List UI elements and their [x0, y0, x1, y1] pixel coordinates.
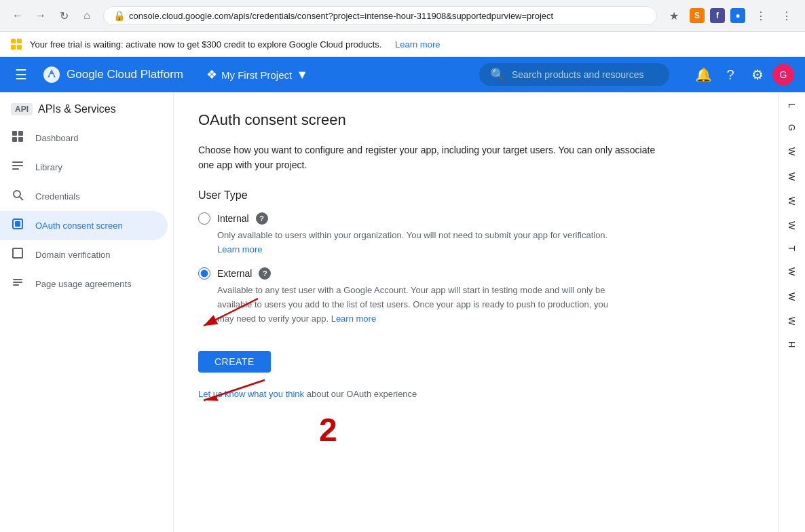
svg-rect-4 — [12, 137, 17, 142]
extension-blue[interactable]: ● — [730, 8, 745, 23]
internal-description: Only available to users within your orga… — [217, 229, 611, 257]
svg-text:2: 2 — [319, 412, 337, 448]
sidebar-item-label-library: Library — [35, 162, 62, 172]
create-button[interactable]: CREATE — [198, 351, 271, 373]
sidebar-item-credentials[interactable]: Credentials — [0, 182, 168, 211]
right-panel-letter-t: T — [787, 246, 797, 251]
header-right: 🔔 ? ⚙ G — [691, 62, 794, 87]
annotation-arrow-2 — [190, 373, 278, 441]
back-button[interactable]: ← — [8, 6, 27, 25]
grid-icon — [11, 39, 22, 50]
sidebar-item-label-credentials: Credentials — [35, 191, 80, 202]
search-input[interactable] — [512, 69, 648, 80]
right-panel-letter-g: G — [787, 124, 797, 131]
right-panel-letter-w2: W — [787, 172, 797, 180]
user-type-section: User Type — [198, 189, 753, 202]
right-panel-letter-w1: W — [787, 147, 797, 155]
gcp-logo-icon — [42, 65, 61, 84]
help-button[interactable]: ? — [718, 62, 743, 87]
right-panel-letter-w4: W — [787, 221, 797, 229]
sidebar-nav: Dashboard Library Credentials OAuth cons… — [0, 124, 173, 299]
browser-actions: ★ S f ● ⋮ ⋮ — [664, 5, 797, 26]
internal-option: Internal ? Only available to users withi… — [198, 212, 753, 257]
hamburger-menu[interactable]: ☰ — [11, 62, 31, 87]
external-description: Available to any test user with a Google… — [217, 284, 611, 326]
external-radio-label[interactable]: External ? — [198, 267, 753, 280]
sidebar-item-label-dashboard: Dashboard — [35, 133, 79, 143]
settings-button[interactable]: ⚙ — [745, 62, 770, 87]
project-selector[interactable]: ❖ My First Project ▼ — [200, 63, 315, 86]
right-panel-letter-w5: W — [787, 267, 797, 276]
external-help-icon[interactable]: ? — [259, 267, 271, 280]
notifications-button[interactable]: 🔔 — [691, 62, 715, 87]
star-button[interactable]: ★ — [664, 5, 684, 26]
external-option: External ? Available to any test user wi… — [198, 267, 753, 326]
search-icon: 🔍 — [490, 67, 505, 82]
notification-bar: Your free trial is waiting: activate now… — [0, 32, 805, 57]
feedback-suffix: about our OAuth experience — [307, 389, 417, 399]
sidebar-item-page-usage[interactable]: Page usage agreements — [0, 269, 168, 299]
svg-rect-15 — [13, 282, 22, 283]
svg-rect-13 — [13, 248, 22, 258]
dashboard-icon — [11, 130, 24, 146]
extensions-button[interactable]: ⋮ — [751, 5, 771, 26]
internal-radio[interactable] — [198, 212, 210, 225]
search-bar: 🔍 — [479, 63, 669, 86]
svg-rect-7 — [12, 165, 23, 166]
avatar[interactable]: G — [772, 64, 794, 86]
svg-rect-2 — [12, 131, 17, 136]
notification-learn-more[interactable]: Learn more — [395, 39, 440, 50]
library-icon — [11, 159, 24, 175]
page-title: OAuth consent screen — [198, 111, 753, 129]
address-bar[interactable]: 🔒 console.cloud.google.com/apis/credenti… — [103, 6, 657, 25]
project-dropdown-arrow: ▼ — [296, 68, 308, 82]
annotation-number-2: 2 — [312, 400, 353, 455]
right-panel-letter-w7: W — [787, 317, 797, 325]
sidebar: API APIs & Services Dashboard Library — [0, 92, 174, 532]
feedback-section: Let us know what you think about our OAu… — [198, 389, 753, 399]
api-badge: API — [11, 103, 33, 115]
project-icon: ❖ — [206, 67, 217, 82]
gcp-header: ☰ Google Cloud Platform ❖ My First Proje… — [0, 57, 805, 92]
browser-chrome: ← → ↻ ⌂ 🔒 console.cloud.google.com/apis/… — [0, 0, 805, 32]
url-text: console.cloud.google.com/apis/credential… — [129, 11, 553, 21]
hamburger-icon: ☰ — [15, 66, 27, 83]
sidebar-item-dashboard[interactable]: Dashboard — [0, 124, 168, 153]
lock-icon: 🔒 — [113, 10, 125, 21]
svg-rect-16 — [13, 284, 19, 286]
internal-radio-label[interactable]: Internal ? — [198, 212, 753, 225]
home-button[interactable]: ⌂ — [77, 6, 96, 25]
svg-rect-12 — [15, 221, 20, 227]
notification-text: Your free trial is waiting: activate now… — [30, 39, 381, 50]
forward-button[interactable]: → — [31, 6, 50, 25]
right-panel-letter-w3: W — [787, 197, 797, 205]
sidebar-item-oauth[interactable]: OAuth consent screen — [0, 211, 168, 240]
external-learn-more[interactable]: Learn more — [331, 314, 376, 324]
right-panel: L G W W W W T W W W H — [778, 92, 805, 532]
extension-purple[interactable]: f — [710, 8, 725, 23]
svg-rect-5 — [18, 137, 23, 142]
sidebar-item-label-domain: Domain verification — [35, 250, 111, 260]
oauth-icon — [11, 218, 24, 233]
domain-icon — [11, 247, 24, 263]
sidebar-item-domain[interactable]: Domain verification — [0, 240, 168, 269]
content-area: OAuth consent screen Choose how you want… — [174, 92, 778, 532]
svg-point-9 — [14, 191, 20, 197]
internal-learn-more[interactable]: Learn more — [217, 244, 262, 254]
menu-button[interactable]: ⋮ — [776, 5, 797, 26]
svg-rect-3 — [18, 131, 23, 136]
sidebar-item-library[interactable]: Library — [0, 153, 168, 182]
sidebar-header: API APIs & Services — [0, 98, 173, 118]
reload-button[interactable]: ↻ — [54, 6, 73, 25]
project-name: My First Project — [221, 69, 292, 81]
main-layout: API APIs & Services Dashboard Library — [0, 92, 805, 532]
gcp-logo: Google Cloud Platform — [42, 65, 183, 84]
internal-help-icon[interactable]: ? — [256, 212, 268, 225]
gcp-logo-text: Google Cloud Platform — [67, 68, 183, 81]
external-radio[interactable] — [198, 267, 210, 280]
feedback-link[interactable]: Let us know what you think — [198, 389, 304, 399]
page-usage-icon — [11, 276, 24, 292]
extension-orange[interactable]: S — [690, 8, 705, 23]
page-description: Choose how you want to configure and reg… — [198, 142, 673, 173]
right-panel-letter-w6: W — [787, 292, 797, 301]
